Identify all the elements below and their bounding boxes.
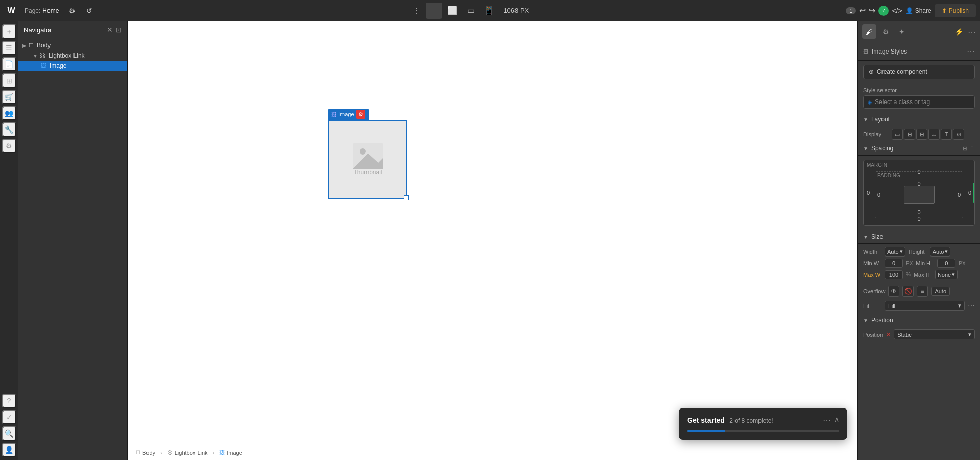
- inner-element-box: [904, 186, 935, 204]
- max-w-input[interactable]: [885, 270, 903, 279]
- navigator-close-icon[interactable]: ✕: [107, 25, 113, 34]
- size-section-title: Size: [871, 233, 883, 240]
- undo-button[interactable]: ↩: [859, 6, 866, 15]
- popup-close-icon[interactable]: ∧: [834, 415, 839, 425]
- apps-button[interactable]: 🔧: [2, 122, 16, 137]
- panel-more-icon[interactable]: ⋯: [968, 27, 976, 37]
- more-options-button[interactable]: ⋮: [409, 4, 424, 18]
- navigator-panel: Navigator ✕ ⊡ ▶ ☐ Body ▼ ⛓ Lightbox Link: [18, 21, 128, 460]
- padding-right-value[interactable]: 0: [958, 191, 961, 198]
- pages-button[interactable]: 📄: [2, 57, 16, 71]
- interactions-tab[interactable]: ✦: [895, 24, 909, 39]
- image-styles-title: 🖼 Image Styles: [863, 48, 907, 55]
- display-inline-flex-button[interactable]: ⊞: [904, 129, 915, 140]
- canvas-breadcrumb: ☐ Body › ⛓ Lightbox Link › 🖼 Image: [128, 445, 857, 460]
- code-button[interactable]: </>: [892, 7, 902, 15]
- display-buttons: ▭ ⊞ ⊟ ▱ T ⊘: [892, 129, 964, 140]
- nav-item-image[interactable]: 🖼 Image: [18, 61, 127, 71]
- ecommerce-button[interactable]: 🛒: [2, 90, 16, 104]
- element-settings-button[interactable]: ⚙: [356, 110, 365, 119]
- canvas-area[interactable]: 🖼 Image ⚙ Thumbnail ☐ B: [128, 21, 857, 460]
- width-height-row: Width Auto ▾ Height Auto ▾ –: [863, 247, 975, 257]
- lightning-tab[interactable]: ⚡: [951, 24, 966, 39]
- tablet-portrait-button[interactable]: ▭: [462, 3, 479, 19]
- main-area: ＋ ☰ 📄 ⊞ 🛒 👥 🔧 ⚙ ? ✓ 🔍 👤 Navigator ✕ ⊡ ▶: [0, 21, 980, 460]
- padding-label: PADDING: [877, 173, 900, 178]
- tablet-landscape-button[interactable]: ⬜: [444, 3, 460, 19]
- breadcrumb-body[interactable]: ☐ Body: [133, 449, 158, 457]
- position-section-header[interactable]: ▼ Position: [858, 314, 980, 327]
- width-select[interactable]: Auto ▾: [885, 247, 905, 257]
- breadcrumb-body-label: Body: [142, 450, 155, 456]
- spacing-section-header[interactable]: ▼ Spacing ⊞ ⋮: [858, 142, 980, 156]
- style-selector-placeholder: Select a class or tag: [875, 98, 930, 106]
- overflow-visible-button[interactable]: 👁: [888, 286, 899, 297]
- width-value: Auto: [887, 249, 899, 255]
- min-w-input[interactable]: [885, 259, 903, 268]
- settings-tab[interactable]: ⚙: [878, 24, 893, 39]
- nav-tree: ▶ ☐ Body ▼ ⛓ Lightbox Link 🖼 Image: [18, 38, 127, 460]
- accent-line: [973, 183, 974, 203]
- padding-bottom-value[interactable]: 0: [917, 209, 920, 216]
- min-h-label: Min H: [916, 260, 934, 266]
- height-select[interactable]: Auto ▾: [930, 247, 951, 257]
- cms-button[interactable]: ⊞: [2, 73, 16, 88]
- max-h-select[interactable]: None ▾: [935, 270, 958, 279]
- share-button[interactable]: 👤 Share: [905, 7, 932, 14]
- page-settings-button[interactable]: ⚙: [65, 4, 79, 18]
- team-button[interactable]: 👤: [2, 443, 16, 457]
- image-element[interactable]: Thumbnail: [328, 120, 407, 199]
- image-styles-label: Image Styles: [872, 48, 907, 55]
- overflow-scroll-button[interactable]: ≡: [917, 286, 928, 297]
- layout-section-title: Layout: [871, 116, 890, 123]
- history-button[interactable]: ↺: [82, 4, 96, 18]
- breadcrumb-lightbox[interactable]: ⛓ Lightbox Link: [164, 449, 211, 457]
- redo-button[interactable]: ↪: [869, 6, 875, 15]
- share-icon: 👤: [905, 7, 913, 14]
- fit-more-icon[interactable]: ⋯: [968, 302, 975, 310]
- style-tab[interactable]: 🖌: [862, 24, 876, 39]
- selected-element[interactable]: 🖼 Image ⚙ Thumbnail: [328, 120, 407, 199]
- margin-right-value[interactable]: 0: [968, 189, 971, 196]
- padding-left-value[interactable]: 0: [877, 191, 880, 198]
- popup-more-icon[interactable]: ⋯: [823, 415, 831, 425]
- min-h-input[interactable]: [937, 259, 955, 268]
- device-toolbar: ⋮ 🖥 ⬜ ▭ 📱 1068 PX: [409, 3, 533, 19]
- image-styles-more-icon[interactable]: ⋯: [967, 46, 975, 56]
- navigator-expand-icon[interactable]: ⊡: [116, 25, 122, 34]
- position-select[interactable]: Static ▾: [894, 329, 975, 339]
- nav-item-lightbox-link[interactable]: ▼ ⛓ Lightbox Link: [18, 50, 127, 61]
- overflow-hidden-button[interactable]: 🚫: [902, 286, 914, 297]
- search-button[interactable]: 🔍: [2, 426, 16, 441]
- settings-button[interactable]: ⚙: [2, 139, 16, 153]
- overflow-auto-field[interactable]: Auto: [931, 287, 950, 296]
- display-row: Display ▭ ⊞ ⊟ ▱ T ⊘: [858, 126, 980, 142]
- help-button[interactable]: ?: [2, 394, 16, 408]
- display-inline-block-button[interactable]: ▱: [928, 129, 940, 140]
- members-button[interactable]: 👥: [2, 106, 16, 120]
- position-arrow: ▾: [968, 331, 971, 338]
- style-selector-input[interactable]: ◈ Select a class or tag: [863, 95, 975, 109]
- nav-label-lightbox: Lightbox Link: [48, 52, 85, 59]
- breadcrumb-image[interactable]: 🖼 Image: [216, 449, 246, 457]
- fit-select[interactable]: Fill ▾: [885, 301, 965, 311]
- desktop-button[interactable]: 🖥: [426, 3, 442, 19]
- display-block-button[interactable]: ▭: [892, 129, 903, 140]
- image-placeholder: Thumbnail: [353, 143, 383, 176]
- navigator-button[interactable]: ☰: [2, 41, 16, 55]
- nav-item-body[interactable]: ▶ ☐ Body: [18, 40, 127, 50]
- display-grid-button[interactable]: ⊟: [916, 129, 927, 140]
- mobile-button[interactable]: 📱: [481, 3, 497, 19]
- size-section-header[interactable]: ▼ Size: [858, 230, 980, 244]
- layout-section-header[interactable]: ▼ Layout: [858, 113, 980, 126]
- display-none-button[interactable]: ⊘: [953, 129, 964, 140]
- page-label: Page:: [24, 7, 40, 14]
- spacing-collapse-arrow: ▼: [863, 146, 868, 151]
- margin-left-value[interactable]: 0: [867, 189, 870, 196]
- add-element-button[interactable]: ＋: [2, 24, 16, 39]
- publish-button[interactable]: ⬆ Publish: [935, 4, 976, 17]
- create-component-button[interactable]: ⊕ Create component: [863, 65, 975, 79]
- page-info: Page: Home: [21, 7, 62, 14]
- display-text-button[interactable]: T: [941, 129, 952, 140]
- checkmark-button[interactable]: ✓: [2, 410, 16, 424]
